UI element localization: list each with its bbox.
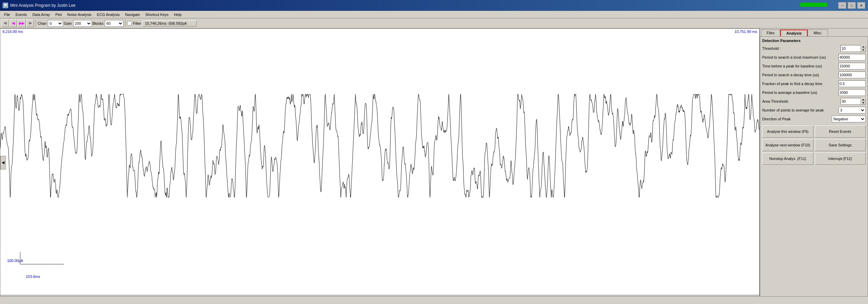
minimize-button[interactable]: ─ [838,2,846,9]
scale-ms-label: 153.6ms [26,275,40,279]
tab-analysis[interactable]: Analysis [780,29,808,36]
period-avg-baseline-label: Period to average a baseline (us) [762,90,839,95]
num-points-label: Number of points to average for peak [762,108,839,113]
menu-plot[interactable]: Plot [53,12,64,17]
toolbar-nav-play[interactable]: ▶▶ [18,20,26,27]
blocks-label: Blocks [93,21,103,25]
area-threshold-input[interactable] [841,98,861,105]
menu-events[interactable]: Events [13,12,30,17]
period-decay-label: Period to search a decay time (us) [762,73,839,77]
analyse-window-button[interactable]: Analyse this window (F9) [762,125,813,138]
nonstop-button[interactable]: Nonstop Analys. (F11) [762,153,813,165]
period-local-max-row: Period to search a local maximum (us) [762,54,866,61]
threshold-spinner: ▲ ▼ [861,45,866,52]
area-threshold-down[interactable]: ▼ [861,101,866,105]
scale-horizontal-line [20,264,64,264]
main-area: ◀ 9,216.00 ms 10,751.90 ms // Will be po… [0,28,868,297]
coord-display: 10,746.26ms -506.592pA [142,20,197,26]
period-local-max-input[interactable] [839,54,866,61]
reset-events-button[interactable]: Reset Events [815,125,866,138]
menu-file[interactable]: File [1,12,13,17]
num-points-select[interactable]: 3 5 7 [839,107,866,114]
time-start: 9,216.00 ms [2,29,23,34]
scroll-right-button[interactable]: ▶ [753,296,758,297]
waveform-container: ◀ 9,216.00 ms 10,751.90 ms // Will be po… [0,28,760,297]
area-threshold-label: Area Threshold: [762,99,841,104]
menu-data-array[interactable]: Data Array [29,12,53,17]
threshold-down[interactable]: ▼ [861,48,866,52]
right-tabs: Files Analysis Misc. [760,28,868,36]
time-before-peak-label: Time before a peak for baseline (us) [762,64,839,68]
chan-label: Chan [38,21,46,25]
detection-params-title: Detection Parameters [762,39,866,43]
waveform-time-bar: 9,216.00 ms 10,751.90 ms [0,29,759,34]
menu-bar: File Events Data Array Plot Noise Analys… [0,11,868,18]
toolbar-nav-begin[interactable]: ⊲ [1,20,9,27]
toolbar-sep-2 [125,20,125,27]
maximize-button[interactable]: □ [848,2,856,9]
toolbar-sep-1 [36,20,36,27]
progress-indicator [800,3,827,7]
threshold-up[interactable]: ▲ [861,45,866,48]
area-threshold-input-group: ▲ ▼ [841,98,866,105]
analyse-next-button[interactable]: Analyse next window (F10) [762,139,813,151]
gain-select[interactable]: 200 [73,20,92,27]
time-before-peak-row: Time before a peak for baseline (us) [762,62,866,70]
title-text: Mini Analysis Program by Justin Lee [10,3,76,8]
direction-select[interactable]: Negative Positive Both [832,116,866,122]
period-decay-input[interactable] [839,72,866,78]
toolbar-nav-end[interactable]: ⊳ [26,20,34,27]
num-points-row: Number of points to average for peak 3 5… [762,106,866,114]
scale-pa-label: 100.00pA [7,259,23,263]
area-threshold-up[interactable]: ▲ [861,98,866,101]
title-bar: 📊 Mini Analysis Program by Justin Lee ─ … [0,0,868,11]
fraction-peak-label: Fraction of peak to find a decay time [762,81,839,86]
waveform-canvas[interactable]: // Will be populated by JS below 100.00p… [0,34,759,295]
toolbar-nav-prev[interactable]: ◀ [9,20,17,27]
menu-shortcut-keys[interactable]: Shortcut Keys [143,12,171,17]
period-local-max-label: Period to search a local maximum (us) [762,55,839,60]
direction-row: Direction of Peak Negative Positive Both [762,115,866,123]
threshold-input[interactable] [841,45,861,52]
period-decay-row: Period to search a decay time (us) [762,71,866,79]
action-buttons: Analyse this window (F9) Reset Events An… [762,125,866,165]
right-panel: Files Analysis Misc. Detection Parameter… [760,28,868,297]
chan-select[interactable]: 0 [48,20,63,27]
blocks-select[interactable]: 60 [105,20,123,27]
area-threshold-row: Area Threshold: ▲ ▼ [762,98,866,105]
right-content: Detection Parameters Threshold : ▲ ▼ Per… [760,36,868,297]
direction-label: Direction of Peak [762,117,832,121]
filter-label: Filter [133,21,141,25]
left-scroll-button[interactable]: ◀ [0,156,6,169]
menu-navigate[interactable]: Navigate [122,12,142,17]
tab-files[interactable]: Files [761,29,780,36]
menu-ecg-analysis[interactable]: ECG Analysis [94,12,122,17]
waveform-svg: // Will be populated by JS below [0,34,759,295]
close-button[interactable]: ✕ [857,2,865,9]
filter-checkbox[interactable] [127,21,132,25]
scroll-left-button[interactable]: ◀ [1,296,6,297]
period-avg-baseline-input[interactable] [839,89,866,96]
toolbar: ⊲ ◀ ▶▶ ⊳ Chan 0 Gain 200 Blocks 60 Filte… [0,18,868,28]
title-bar-left: 📊 Mini Analysis Program by Justin Lee [3,3,76,8]
save-settings-button[interactable]: Save Settings [815,139,866,151]
title-bar-controls[interactable]: ─ □ ✕ [838,2,865,9]
period-avg-baseline-row: Period to average a baseline (us) [762,89,866,96]
horizontal-scrollbar[interactable]: ◀ ▶ [0,295,759,297]
area-threshold-spinner: ▲ ▼ [861,98,866,105]
tab-misc[interactable]: Misc. [808,29,828,36]
threshold-input-group: ▲ ▼ [841,45,866,52]
scrollbar-track[interactable] [6,296,753,297]
time-end: 10,751.90 ms [734,29,757,34]
menu-help[interactable]: Help [171,12,184,17]
menu-noise-analysis[interactable]: Noise Analysis [64,12,94,17]
app-icon: 📊 [3,3,8,8]
scrollbar-thumb[interactable] [342,297,356,297]
fraction-peak-input[interactable] [839,80,866,87]
gain-label: Gain [64,21,72,25]
threshold-row: Threshold : ▲ ▼ [762,45,866,52]
threshold-label: Threshold : [762,46,841,51]
interrupt-button[interactable]: Interrupt (F12) [815,153,866,165]
fraction-peak-row: Fraction of peak to find a decay time [762,80,866,87]
time-before-peak-input[interactable] [839,63,866,69]
